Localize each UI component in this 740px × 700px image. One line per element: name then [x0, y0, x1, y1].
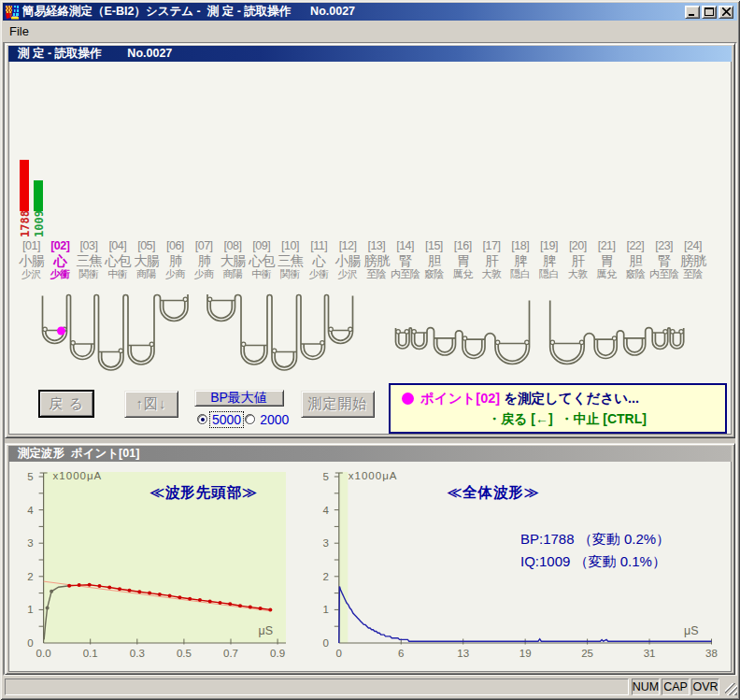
svg-text:μS: μS [258, 624, 273, 637]
acupoint-dot [183, 297, 187, 301]
acupoint-dot [241, 342, 245, 346]
svg-text:25: 25 [581, 648, 593, 659]
digits-diagram [9, 283, 733, 381]
svg-text:1: 1 [322, 604, 328, 615]
app-icon [5, 5, 20, 20]
minimize-icon [688, 7, 697, 16]
point-columns: [01]小腸少沢[02]心少衝[03]三焦関衝[04]心包中衝[05]大腸商陽[… [9, 240, 733, 287]
measure-window-body: 1788 1009 [01]小腸少沢[02]心少衝[03]三焦関衝[04]心包中… [8, 62, 732, 435]
acupoint-dot [412, 330, 416, 334]
svg-text:13: 13 [457, 648, 469, 659]
svg-text:0: 0 [336, 648, 342, 659]
svg-text:6: 6 [398, 648, 404, 659]
svg-text:x1000μA: x1000μA [53, 470, 103, 481]
svg-text:BP:1788 （変動 0.2%）: BP:1788 （変動 0.2%） [520, 531, 670, 547]
iq-bar [34, 180, 43, 211]
measure-window-titlebar[interactable]: 測 定 - 読取操作 No.0027 [8, 46, 732, 62]
svg-text:3: 3 [27, 537, 33, 549]
acupoint-dot [612, 336, 616, 340]
svg-text:1: 1 [27, 604, 33, 615]
svg-text:4: 4 [322, 505, 329, 516]
acupoint-dot [679, 330, 683, 334]
bp-bar-value: 1788 [19, 213, 32, 237]
maximize-icon [704, 7, 714, 16]
message-line2: ・戻る [←] ・中止 [CTRL] [419, 411, 716, 428]
acupoint-dot [329, 327, 333, 331]
radio-2000[interactable] [245, 414, 255, 424]
message-point-ref: ポイント[02] [420, 390, 500, 407]
minimize-button[interactable] [685, 6, 700, 19]
acupoint-dot [272, 349, 276, 352]
point-column-24: [24]膀胱至陰 [670, 240, 715, 279]
acupoint-dot [663, 330, 667, 334]
acupoint-dot [405, 330, 408, 334]
current-point-marker [57, 327, 65, 336]
svg-text:0.0: 0.0 [36, 648, 51, 659]
close-icon [722, 7, 731, 16]
maximize-button[interactable] [702, 6, 717, 19]
svg-text:5: 5 [322, 471, 328, 482]
menu-bar: File [3, 21, 737, 42]
start-measure-button[interactable]: 測定開始 [301, 391, 375, 418]
svg-text:2: 2 [322, 571, 328, 582]
acupoint-dot [525, 340, 529, 344]
acupoint-dot [119, 349, 122, 352]
status-ovr: OVR [691, 679, 719, 695]
status-message [5, 679, 629, 695]
radio-5000[interactable] [197, 414, 207, 424]
svg-text:19: 19 [519, 648, 532, 659]
acupoint-name: 至陰 [670, 269, 715, 279]
point-marker-icon [402, 393, 414, 405]
waveform-window: 測定波形 ポイント[01] 0123450.00.10.30.50.70.9x1… [5, 443, 735, 675]
bp-bar [20, 160, 29, 211]
status-cap: CAP [662, 679, 690, 695]
radio-2000-label[interactable]: 2000 [258, 412, 291, 427]
svg-text:0.5: 0.5 [177, 648, 192, 659]
svg-text:0: 0 [322, 637, 328, 649]
acupoint-dot [396, 330, 400, 334]
iq-bar-value: 1009 [33, 213, 46, 237]
waveform-charts: 0123450.00.10.30.50.70.9x1000μAμS≪波形先頭部≫… [9, 464, 733, 672]
message-text: を測定してください... [500, 390, 639, 407]
svg-text:38: 38 [705, 648, 718, 659]
svg-text:≪全体波形≫: ≪全体波形≫ [448, 484, 540, 500]
window-title: 簡易経絡測定（E-BI2）システム - 測 定 - 読取操作 No.0027 [22, 4, 355, 20]
acupoint-dot [671, 330, 675, 334]
svg-text:0: 0 [27, 637, 33, 649]
acupoint-dot [43, 327, 47, 331]
measure-window-title: 測 定 - 読取操作 No.0027 [18, 46, 172, 62]
waveform-window-body: 0123450.00.10.30.50.70.9x1000μAμS≪波形先頭部≫… [8, 462, 732, 672]
status-bar: NUM CAP OVR [3, 676, 737, 697]
title-bar[interactable]: 簡易経絡測定（E-BI2）システム - 測 定 - 読取操作 No.0027 [3, 3, 737, 21]
window-controls [685, 6, 733, 19]
resize-grip[interactable] [725, 683, 737, 695]
waveform-window-title: 測定波形 ポイント[01] [18, 446, 139, 462]
acupoint-dot [349, 327, 352, 331]
waveform-window-titlebar[interactable]: 測定波形 ポイント[01] [8, 446, 732, 462]
mdi-client: 測 定 - 読取操作 No.0027 1788 1009 [01]小腸少沢[02… [3, 42, 737, 676]
acupoint-dot [149, 342, 153, 346]
acupoint-dot [207, 297, 211, 301]
svg-text:μS: μS [684, 624, 699, 637]
svg-text:x1000μA: x1000μA [349, 470, 398, 481]
acupoint-dot [495, 340, 499, 344]
close-button[interactable] [719, 6, 733, 19]
svg-text:0.9: 0.9 [270, 648, 285, 659]
measure-window: 測 定 - 読取操作 No.0027 1788 1009 [01]小腸少沢[02… [5, 43, 735, 438]
acupoint-dot [579, 340, 583, 344]
svg-text:31: 31 [644, 648, 656, 659]
svg-text:2: 2 [27, 571, 33, 582]
figure-toggle-button[interactable]: ↑図↓ [124, 391, 178, 418]
svg-text:0.3: 0.3 [130, 648, 145, 659]
application-window: 簡易経絡測定（E-BI2）システム - 測 定 - 読取操作 No.0027 F… [0, 0, 740, 700]
acupoint-dot [320, 341, 324, 345]
message-line1: ポイント[02] を測定してください... [402, 390, 639, 407]
svg-text:0.7: 0.7 [223, 648, 238, 659]
svg-text:4: 4 [27, 505, 34, 516]
status-num: NUM [632, 679, 660, 695]
point-number: [24] [670, 240, 715, 252]
menu-file[interactable]: File [3, 22, 36, 40]
svg-text:IQ:1009 （変動 0.1%）: IQ:1009 （変動 0.1%） [520, 553, 666, 569]
back-button[interactable]: 戻 る [38, 390, 94, 418]
radio-5000-label[interactable]: 5000 [210, 412, 243, 427]
